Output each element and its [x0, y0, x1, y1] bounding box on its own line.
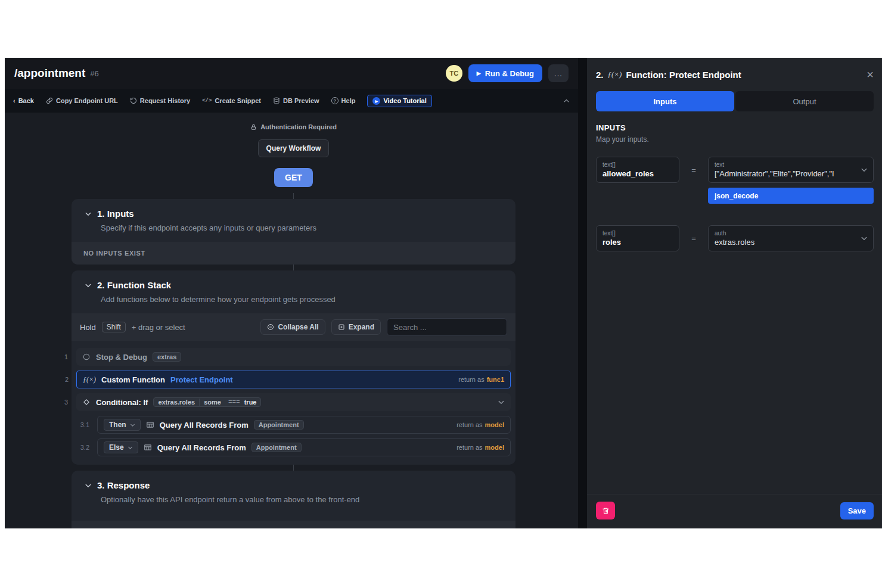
lock-icon: [250, 124, 257, 130]
video-tutorial-button[interactable]: ▶ Video Tutorial: [367, 95, 431, 107]
diamond-icon: [82, 398, 91, 406]
help-icon: ?: [331, 97, 338, 104]
row-number: 2: [51, 376, 69, 383]
function-panel-tabs: Inputs Output: [587, 86, 882, 111]
copy-endpoint-url-button[interactable]: Copy Endpoint URL: [46, 97, 118, 104]
input-mapping-row: text[] roles = auth extras.roles: [596, 225, 874, 251]
run-debug-button[interactable]: ▶ Run & Debug: [468, 64, 542, 82]
link-icon: [46, 97, 53, 104]
workflow-canvas: Authentication Required Query Workflow G…: [5, 113, 578, 528]
tab-output[interactable]: Output: [735, 91, 874, 111]
save-button[interactable]: Save: [840, 502, 874, 519]
endpoint-header: /appointment #6 TC ▶ Run & Debug ...: [5, 58, 578, 89]
return-as: return as model: [456, 421, 504, 428]
inputs-mapping-body: INPUTS Map your inputs. text[] allowed_r…: [587, 111, 882, 494]
collapse-all-button[interactable]: Collapse All: [260, 319, 325, 335]
function-label: Stop & Debug: [96, 353, 147, 362]
connector-line: [293, 465, 294, 471]
toolbar-collapse-chevron[interactable]: [563, 98, 570, 104]
function-icon: ƒ(×): [83, 375, 96, 384]
row-number: 3: [50, 399, 68, 406]
endpoint-editor-panel: /appointment #6 TC ▶ Run & Debug ... ‹ B…: [5, 58, 578, 528]
function-row-stop-debug[interactable]: 1 Stop & Debug extras: [76, 348, 511, 366]
function-label: Conditional: If: [96, 398, 148, 407]
function-step-number: 2.: [596, 70, 604, 80]
value-select-allowed-roles[interactable]: text ["Administrator","Elite","Provider"…: [708, 157, 874, 183]
history-icon: [130, 97, 137, 104]
json-decode-filter-chip[interactable]: json_decode: [708, 188, 874, 204]
return-as: return as func1: [458, 376, 504, 383]
inputs-section-card: 1. Inputs Specify if this endpoint accep…: [72, 199, 515, 265]
function-label: Query All Records From: [157, 443, 246, 452]
as-label[interactable]: AS...: [489, 528, 504, 528]
back-button[interactable]: ‹ Back: [13, 97, 34, 104]
function-label: Query All Records From: [160, 421, 249, 430]
equals-sign: =: [679, 157, 708, 183]
query-workflow-badge[interactable]: Query Workflow: [258, 139, 330, 157]
chevron-down-icon[interactable]: [85, 482, 92, 489]
auth-required-indicator: Authentication Required: [250, 123, 337, 130]
header-actions: TC ▶ Run & Debug ...: [446, 64, 569, 82]
drag-hint-text: + drag or select: [132, 323, 185, 332]
panel-divider: [578, 58, 587, 528]
protect-endpoint-link[interactable]: Protect Endpoint: [170, 375, 233, 384]
connector-line: [293, 193, 294, 199]
more-options-button[interactable]: ...: [548, 64, 569, 82]
avatar[interactable]: TC: [446, 65, 462, 82]
response-section-title: 3. Response: [97, 480, 150, 490]
expression-filter: some: [200, 399, 225, 406]
inputs-heading: INPUTS: [596, 123, 874, 132]
db-preview-button[interactable]: DB Preview: [273, 97, 319, 104]
response-section-card: 3. Response Optionally have this API end…: [72, 471, 515, 528]
expression-operator: ===: [225, 399, 243, 406]
circle-icon: [82, 353, 91, 361]
chevron-down-icon[interactable]: [85, 282, 92, 289]
chevron-down-icon[interactable]: [498, 399, 505, 406]
function-stack-card: 2. Function Stack Add functions below to…: [72, 270, 515, 465]
input-param-allowed-roles[interactable]: text[] allowed_roles: [596, 157, 679, 183]
run-debug-label: Run & Debug: [485, 69, 534, 78]
equals-sign: =: [679, 225, 708, 251]
expand-button[interactable]: Expand: [331, 319, 381, 335]
extras-badge: extras: [153, 352, 181, 362]
close-icon[interactable]: ×: [867, 69, 874, 80]
param-type: text[]: [603, 230, 673, 237]
value-select-roles[interactable]: auth extras.roles: [708, 225, 874, 251]
delete-function-button[interactable]: [596, 502, 615, 519]
expression-field: extras.roles: [154, 399, 199, 406]
function-rows: 1 Stop & Debug extras 2 ƒ(×) Custom Func…: [72, 341, 515, 465]
function-row-query-then[interactable]: 3.1 Then Query All Records From Appointm…: [97, 416, 511, 434]
hold-hint-text: Hold: [80, 323, 96, 332]
then-dropdown[interactable]: Then: [104, 419, 141, 431]
table-badge: Appointment: [254, 420, 304, 430]
function-row-custom-function[interactable]: 2 ƒ(×) Custom Function Protect Endpoint …: [76, 371, 511, 388]
param-name: roles: [603, 238, 673, 247]
row-number: 1: [50, 353, 68, 360]
create-snippet-button[interactable]: </> Create Snippet: [202, 97, 261, 104]
value-text: extras.roles: [715, 238, 856, 247]
trash-icon: [602, 507, 610, 515]
app-window: /appointment #6 TC ▶ Run & Debug ... ‹ B…: [5, 58, 882, 528]
inputs-subtitle: Map your inputs.: [596, 135, 874, 144]
value-type: auth: [715, 230, 856, 237]
http-method-button[interactable]: GET: [274, 168, 313, 187]
chevron-down-icon: [861, 235, 868, 242]
inputs-section-title: 1. Inputs: [97, 209, 134, 219]
shift-key-badge: Shift: [102, 322, 126, 332]
function-stack-title: 2. Function Stack: [97, 280, 171, 290]
input-mapping-row: text[] allowed_roles = text ["Administra…: [596, 157, 874, 183]
tab-inputs[interactable]: Inputs: [596, 91, 734, 111]
request-history-button[interactable]: Request History: [130, 97, 190, 104]
expression-value: true: [243, 399, 261, 406]
value-type: text: [715, 161, 856, 168]
function-row-query-else[interactable]: 3.2 Else Query All Records From Appointm…: [97, 438, 511, 456]
function-search-input[interactable]: [387, 318, 507, 336]
database-icon: [273, 97, 280, 104]
function-row-conditional[interactable]: 3 Conditional: If extras.roles some === …: [76, 393, 511, 411]
else-dropdown[interactable]: Else: [104, 441, 138, 453]
help-button[interactable]: ? Help: [331, 97, 356, 104]
function-panel-title: Function: Protect Endpoint: [626, 70, 741, 80]
chevron-down-icon[interactable]: [85, 210, 92, 217]
no-inputs-row: NO INPUTS EXIST: [72, 242, 515, 265]
input-param-roles[interactable]: text[] roles: [596, 225, 679, 251]
